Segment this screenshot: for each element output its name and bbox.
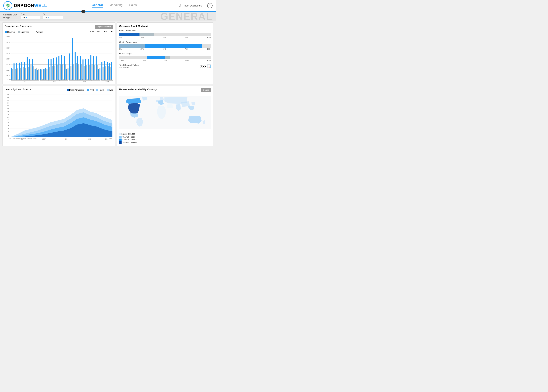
nav-tab-sales[interactable]: Sales	[129, 3, 137, 8]
legend-radio: Radio	[96, 89, 104, 91]
svg-rect-111	[98, 69, 99, 80]
legend-revenue: Revenue	[5, 31, 15, 33]
svg-rect-108	[94, 65, 95, 80]
nav-tab-general[interactable]: General	[92, 3, 103, 8]
lead-axis: 0%25%50%75%100%	[119, 37, 211, 39]
svg-text:$100K: $100K	[6, 69, 10, 71]
svg-rect-54	[40, 69, 41, 80]
svg-rect-66	[56, 57, 57, 80]
average-line	[32, 32, 35, 32]
legend-web-label: Web	[109, 89, 113, 91]
svg-text:Jun: Jun	[23, 138, 25, 139]
revenue-color	[5, 31, 7, 33]
lead-conversion-section: Lead Conversion 0%25%50%75%100%	[119, 29, 211, 39]
support-chart-icon[interactable]: 📊	[207, 64, 211, 68]
leads-area-chart: 320 300 280 260 240 220 200 180 160 140 …	[5, 93, 113, 140]
svg-text:Jun: Jun	[53, 79, 55, 80]
svg-text:Sep: Sep	[29, 79, 31, 80]
svg-text:$300K: $300K	[6, 47, 10, 49]
area-chart-svg: 320 300 280 260 240 220 200 180 160 140 …	[5, 93, 113, 140]
overview-panel: Overview (Last 30 days) Lead Conversion …	[117, 22, 213, 84]
svg-rect-33	[29, 59, 30, 80]
map-header: Revenue Generated By Country Details	[119, 88, 211, 92]
overview-title: Overview (Last 30 days)	[119, 25, 211, 28]
gross-margin-section: Gross Margin -100%-50%0%50%100%	[119, 52, 211, 62]
quote-conversion-label: Quote Conversion	[119, 41, 211, 43]
legend-range1: $699 - $11,436	[119, 133, 211, 135]
svg-text:60: 60	[8, 130, 9, 132]
svg-text:May: May	[111, 79, 113, 80]
svg-text:Mar: Mar	[17, 138, 19, 139]
svg-text:140: 140	[7, 119, 9, 121]
svg-text:80: 80	[8, 127, 9, 129]
svg-rect-19	[11, 68, 12, 80]
svg-text:2009: 2009	[88, 138, 91, 140]
svg-text:$250K: $250K	[6, 53, 10, 54]
svg-text:260: 260	[7, 102, 9, 104]
svg-text:Aug: Aug	[58, 79, 60, 80]
from-filter: From All ▼	[21, 13, 41, 20]
logo-icon: 🐉	[3, 1, 12, 10]
main-content: Revenue vs. Expenses Expense Details Rev…	[0, 21, 216, 147]
map-details-button[interactable]: Details	[201, 88, 211, 92]
chart-type-select[interactable]: Bar	[102, 30, 113, 33]
svg-rect-99	[83, 59, 83, 80]
reset-dashboard-button[interactable]: ↺ Reset Dashboard	[179, 4, 202, 8]
svg-text:Apr: Apr	[16, 79, 18, 80]
svg-text:Feb: Feb	[104, 79, 106, 80]
svg-rect-31	[27, 57, 28, 80]
svg-rect-90	[70, 66, 71, 80]
leads-panel: Leads By Lead Source Direct / Unknown Pr…	[2, 86, 115, 146]
svg-text:Oct: Oct	[32, 79, 33, 80]
svg-text:Sep: Sep	[29, 138, 31, 139]
legend-expenses: Expenses	[18, 31, 29, 33]
range2-label: $11,436 - $22,174	[123, 136, 137, 138]
svg-rect-61	[49, 67, 50, 80]
support-row: Total Support Tickets Submitted: 355 📊	[119, 64, 211, 69]
revenue-title: Revenue vs. Expenses	[5, 25, 32, 28]
svg-text:$0K: $0K	[7, 78, 10, 80]
legend-web: Web	[107, 89, 113, 91]
svg-rect-104	[89, 65, 90, 80]
svg-text:Aug: Aug	[87, 79, 89, 80]
svg-rect-26	[20, 68, 21, 80]
svg-rect-24	[17, 69, 18, 80]
svg-rect-30	[25, 68, 26, 80]
nav-tab-marketing[interactable]: Marketing	[110, 3, 123, 8]
svg-text:0: 0	[8, 136, 9, 138]
legend-range3: $22,174 - $32,911	[119, 139, 211, 141]
svg-rect-73	[65, 64, 66, 80]
svg-rect-67	[57, 65, 58, 80]
map-title: Revenue Generated By Country	[119, 88, 157, 91]
svg-text:Apr: Apr	[77, 79, 79, 80]
quote-conversion-bar	[119, 44, 211, 48]
revenue-panel: Revenue vs. Expenses Expense Details Rev…	[2, 22, 115, 84]
svg-rect-107	[93, 56, 94, 80]
expense-details-button[interactable]: Expense Details	[95, 25, 113, 29]
header: 🐉 DRAGONWELL General Marketing Sales ↺ R…	[0, 0, 216, 12]
range4-label: $32,911 - $43,648	[123, 141, 137, 144]
svg-rect-21	[14, 63, 15, 80]
world-map-svg	[119, 93, 211, 132]
help-button[interactable]: ?	[207, 3, 213, 8]
svg-text:Mar: Mar	[74, 79, 76, 80]
range1-color	[119, 133, 122, 135]
from-select[interactable]: All ▼	[21, 16, 41, 20]
to-filter: To All ▼	[43, 13, 63, 20]
svg-text:Nov: Nov	[34, 79, 36, 80]
svg-rect-131	[107, 62, 108, 80]
svg-text:Dec: Dec	[37, 79, 39, 80]
svg-rect-97	[80, 56, 81, 80]
svg-rect-74	[66, 69, 67, 80]
legend-range4: $32,911 - $43,648	[119, 141, 211, 144]
svg-rect-63	[52, 66, 53, 80]
range1-label: $699 - $11,436	[123, 133, 135, 135]
support-label: Total Support Tickets Submitted:	[119, 64, 139, 69]
range3-color	[119, 139, 122, 141]
svg-rect-32	[28, 67, 29, 80]
leads-title: Leads By Lead Source	[5, 88, 31, 91]
svg-rect-72	[64, 56, 65, 80]
to-select[interactable]: All ▼	[43, 16, 63, 20]
legend-expenses-label: Expenses	[21, 31, 29, 33]
gross-margin-bar	[119, 56, 211, 59]
